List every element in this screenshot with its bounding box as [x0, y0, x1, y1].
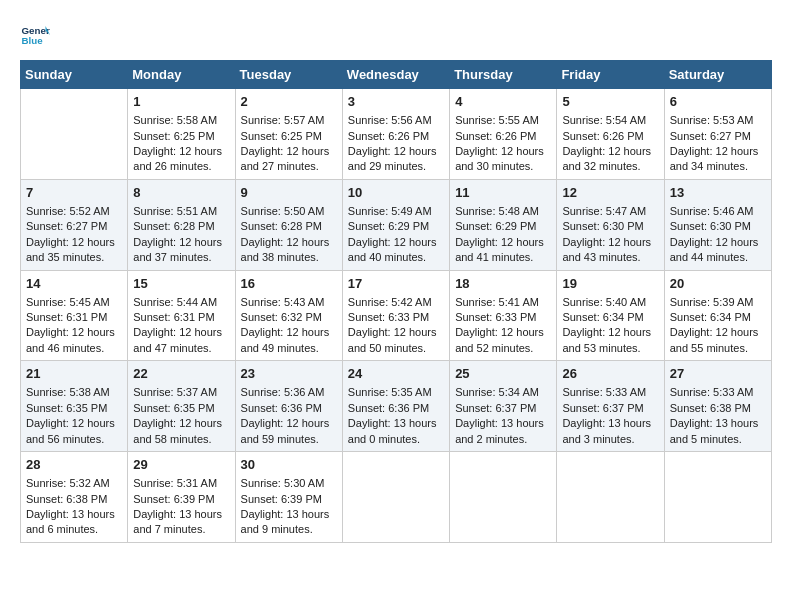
day-number: 18: [455, 275, 551, 293]
day-number: 25: [455, 365, 551, 383]
calendar-cell: [342, 452, 449, 543]
calendar-cell: 11Sunrise: 5:48 AMSunset: 6:29 PMDayligh…: [450, 179, 557, 270]
calendar-cell: 20Sunrise: 5:39 AMSunset: 6:34 PMDayligh…: [664, 270, 771, 361]
day-number: 29: [133, 456, 229, 474]
calendar-cell: 26Sunrise: 5:33 AMSunset: 6:37 PMDayligh…: [557, 361, 664, 452]
calendar-cell: 14Sunrise: 5:45 AMSunset: 6:31 PMDayligh…: [21, 270, 128, 361]
calendar-cell: 25Sunrise: 5:34 AMSunset: 6:37 PMDayligh…: [450, 361, 557, 452]
column-header-monday: Monday: [128, 61, 235, 89]
day-number: 5: [562, 93, 658, 111]
calendar-cell: 8Sunrise: 5:51 AMSunset: 6:28 PMDaylight…: [128, 179, 235, 270]
calendar-cell: 24Sunrise: 5:35 AMSunset: 6:36 PMDayligh…: [342, 361, 449, 452]
week-row-3: 14Sunrise: 5:45 AMSunset: 6:31 PMDayligh…: [21, 270, 772, 361]
calendar-cell: 23Sunrise: 5:36 AMSunset: 6:36 PMDayligh…: [235, 361, 342, 452]
day-number: 15: [133, 275, 229, 293]
week-row-2: 7Sunrise: 5:52 AMSunset: 6:27 PMDaylight…: [21, 179, 772, 270]
calendar-cell: 12Sunrise: 5:47 AMSunset: 6:30 PMDayligh…: [557, 179, 664, 270]
day-number: 19: [562, 275, 658, 293]
svg-text:Blue: Blue: [22, 35, 44, 46]
calendar-cell: 9Sunrise: 5:50 AMSunset: 6:28 PMDaylight…: [235, 179, 342, 270]
day-number: 21: [26, 365, 122, 383]
day-number: 16: [241, 275, 337, 293]
calendar-cell: 30Sunrise: 5:30 AMSunset: 6:39 PMDayligh…: [235, 452, 342, 543]
logo-icon: General Blue: [20, 20, 50, 50]
calendar-cell: [450, 452, 557, 543]
day-number: 27: [670, 365, 766, 383]
day-number: 28: [26, 456, 122, 474]
day-number: 13: [670, 184, 766, 202]
calendar-cell: 7Sunrise: 5:52 AMSunset: 6:27 PMDaylight…: [21, 179, 128, 270]
day-number: 11: [455, 184, 551, 202]
calendar-cell: [664, 452, 771, 543]
logo: General Blue: [20, 20, 56, 50]
column-header-thursday: Thursday: [450, 61, 557, 89]
calendar-cell: 4Sunrise: 5:55 AMSunset: 6:26 PMDaylight…: [450, 89, 557, 180]
calendar-cell: [557, 452, 664, 543]
column-header-saturday: Saturday: [664, 61, 771, 89]
day-number: 24: [348, 365, 444, 383]
day-number: 1: [133, 93, 229, 111]
header-row: SundayMondayTuesdayWednesdayThursdayFrid…: [21, 61, 772, 89]
day-number: 26: [562, 365, 658, 383]
column-header-wednesday: Wednesday: [342, 61, 449, 89]
calendar-cell: 21Sunrise: 5:38 AMSunset: 6:35 PMDayligh…: [21, 361, 128, 452]
calendar-cell: 16Sunrise: 5:43 AMSunset: 6:32 PMDayligh…: [235, 270, 342, 361]
calendar-cell: 3Sunrise: 5:56 AMSunset: 6:26 PMDaylight…: [342, 89, 449, 180]
column-header-sunday: Sunday: [21, 61, 128, 89]
week-row-4: 21Sunrise: 5:38 AMSunset: 6:35 PMDayligh…: [21, 361, 772, 452]
calendar-cell: 13Sunrise: 5:46 AMSunset: 6:30 PMDayligh…: [664, 179, 771, 270]
week-row-1: 1Sunrise: 5:58 AMSunset: 6:25 PMDaylight…: [21, 89, 772, 180]
calendar-cell: 2Sunrise: 5:57 AMSunset: 6:25 PMDaylight…: [235, 89, 342, 180]
calendar-table: SundayMondayTuesdayWednesdayThursdayFrid…: [20, 60, 772, 543]
calendar-cell: 5Sunrise: 5:54 AMSunset: 6:26 PMDaylight…: [557, 89, 664, 180]
calendar-cell: [21, 89, 128, 180]
day-number: 20: [670, 275, 766, 293]
day-number: 7: [26, 184, 122, 202]
day-number: 17: [348, 275, 444, 293]
column-header-friday: Friday: [557, 61, 664, 89]
calendar-cell: 29Sunrise: 5:31 AMSunset: 6:39 PMDayligh…: [128, 452, 235, 543]
day-number: 6: [670, 93, 766, 111]
day-number: 3: [348, 93, 444, 111]
calendar-cell: 6Sunrise: 5:53 AMSunset: 6:27 PMDaylight…: [664, 89, 771, 180]
day-number: 2: [241, 93, 337, 111]
day-number: 23: [241, 365, 337, 383]
day-number: 8: [133, 184, 229, 202]
day-number: 30: [241, 456, 337, 474]
calendar-cell: 22Sunrise: 5:37 AMSunset: 6:35 PMDayligh…: [128, 361, 235, 452]
calendar-cell: 18Sunrise: 5:41 AMSunset: 6:33 PMDayligh…: [450, 270, 557, 361]
calendar-cell: 10Sunrise: 5:49 AMSunset: 6:29 PMDayligh…: [342, 179, 449, 270]
calendar-cell: 27Sunrise: 5:33 AMSunset: 6:38 PMDayligh…: [664, 361, 771, 452]
day-number: 22: [133, 365, 229, 383]
calendar-cell: 15Sunrise: 5:44 AMSunset: 6:31 PMDayligh…: [128, 270, 235, 361]
column-header-tuesday: Tuesday: [235, 61, 342, 89]
calendar-cell: 1Sunrise: 5:58 AMSunset: 6:25 PMDaylight…: [128, 89, 235, 180]
week-row-5: 28Sunrise: 5:32 AMSunset: 6:38 PMDayligh…: [21, 452, 772, 543]
day-number: 12: [562, 184, 658, 202]
page-header: General Blue: [20, 20, 772, 50]
day-number: 4: [455, 93, 551, 111]
calendar-cell: 17Sunrise: 5:42 AMSunset: 6:33 PMDayligh…: [342, 270, 449, 361]
day-number: 10: [348, 184, 444, 202]
calendar-cell: 19Sunrise: 5:40 AMSunset: 6:34 PMDayligh…: [557, 270, 664, 361]
day-number: 14: [26, 275, 122, 293]
calendar-cell: 28Sunrise: 5:32 AMSunset: 6:38 PMDayligh…: [21, 452, 128, 543]
day-number: 9: [241, 184, 337, 202]
